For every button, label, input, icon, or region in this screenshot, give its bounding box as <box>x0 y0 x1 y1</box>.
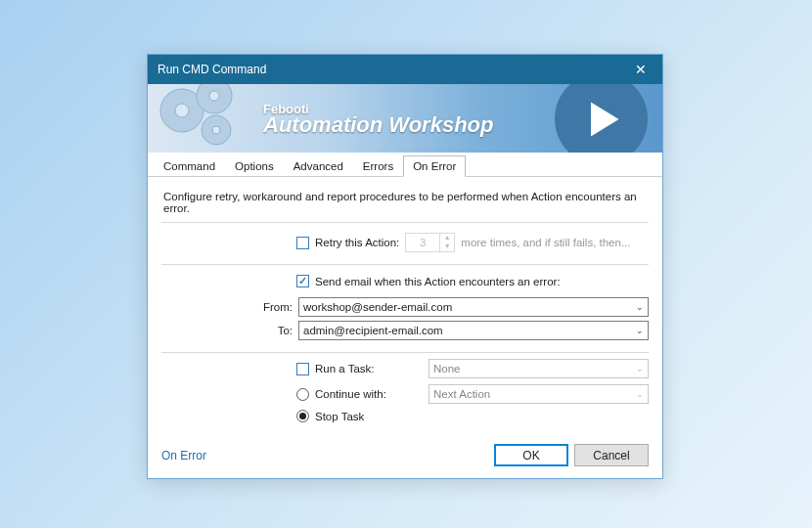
run-task-combo[interactable]: None ⌄ <box>429 359 649 378</box>
footer: On Error OK Cancel <box>148 434 662 478</box>
retry-checkbox[interactable] <box>296 237 309 249</box>
svg-point-5 <box>212 126 220 134</box>
email-checkbox[interactable] <box>296 275 309 287</box>
retry-hint: more times, and if still fails, then... <box>461 237 630 248</box>
stop-radio[interactable] <box>296 410 309 422</box>
continue-value: Next Action <box>433 388 490 400</box>
svg-point-1 <box>175 104 189 117</box>
divider <box>161 352 649 353</box>
run-task-label: Run a Task: <box>315 363 429 374</box>
continue-combo[interactable]: Next Action ⌄ <box>429 384 649 404</box>
dialog-window: Run CMD Command ✕ Febooti Automation Wor… <box>147 54 663 479</box>
spinner-up-icon[interactable]: ▲ <box>440 234 454 242</box>
to-label: To: <box>161 325 298 336</box>
brand-product: Automation Workshop <box>263 112 493 138</box>
retry-value: 3 <box>406 234 439 251</box>
play-icon <box>555 84 648 153</box>
help-text: Configure retry, workaround and report p… <box>161 187 649 223</box>
close-icon: ✕ <box>635 62 647 77</box>
tab-command[interactable]: Command <box>154 155 225 177</box>
continue-row: Continue with: Next Action ⌄ <box>161 384 649 404</box>
stop-label: Stop Task <box>315 411 364 422</box>
tab-bar: Command Options Advanced Errors On Error <box>148 153 662 177</box>
tab-options[interactable]: Options <box>225 155 284 177</box>
continue-label: Continue with: <box>315 388 429 400</box>
titlebar[interactable]: Run CMD Command ✕ <box>148 55 662 84</box>
from-value: workshop@sender-email.com <box>303 301 452 313</box>
to-row: To: admin@recipient-email.com ⌄ <box>161 321 649 340</box>
run-task-value: None <box>433 363 461 374</box>
continue-radio[interactable] <box>296 388 309 401</box>
cancel-button[interactable]: Cancel <box>574 444 649 466</box>
email-label: Send email when this Action encounters a… <box>315 276 561 287</box>
from-combo[interactable]: workshop@sender-email.com ⌄ <box>298 297 649 317</box>
run-task-checkbox[interactable] <box>296 363 309 375</box>
chevron-down-icon: ⌄ <box>636 302 644 312</box>
to-combo[interactable]: admin@recipient-email.com ⌄ <box>298 321 649 340</box>
brand-text: Febooti Automation Workshop <box>263 102 493 138</box>
retry-row: Retry this Action: 3 ▲ ▼ more times, and… <box>161 233 649 252</box>
from-row: From: workshop@sender-email.com ⌄ <box>161 297 649 317</box>
gears-icon <box>158 84 250 153</box>
email-row: Send email when this Action encounters a… <box>161 275 649 287</box>
stop-row: Stop Task <box>161 410 649 422</box>
panel: Configure retry, workaround and report p… <box>148 177 662 434</box>
from-label: From: <box>161 301 298 313</box>
spinner-down-icon[interactable]: ▼ <box>440 242 454 251</box>
tab-errors[interactable]: Errors <box>353 155 403 177</box>
divider <box>161 264 649 265</box>
chevron-down-icon: ⌄ <box>636 326 644 335</box>
ok-button[interactable]: OK <box>494 444 568 466</box>
run-task-row: Run a Task: None ⌄ <box>161 359 649 378</box>
chevron-down-icon: ⌄ <box>636 389 644 399</box>
window-title: Run CMD Command <box>158 63 618 76</box>
retry-label: Retry this Action: <box>315 237 399 248</box>
close-button[interactable]: ✕ <box>618 55 662 84</box>
svg-marker-6 <box>591 102 619 136</box>
tab-advanced[interactable]: Advanced <box>284 155 353 177</box>
svg-point-3 <box>209 91 219 101</box>
footer-help-link[interactable]: On Error <box>161 449 206 462</box>
to-value: admin@recipient-email.com <box>303 325 443 336</box>
retry-spinner[interactable]: 3 ▲ ▼ <box>405 233 455 252</box>
banner: Febooti Automation Workshop <box>148 84 662 153</box>
tab-on-error[interactable]: On Error <box>403 155 466 177</box>
chevron-down-icon: ⌄ <box>636 364 644 374</box>
